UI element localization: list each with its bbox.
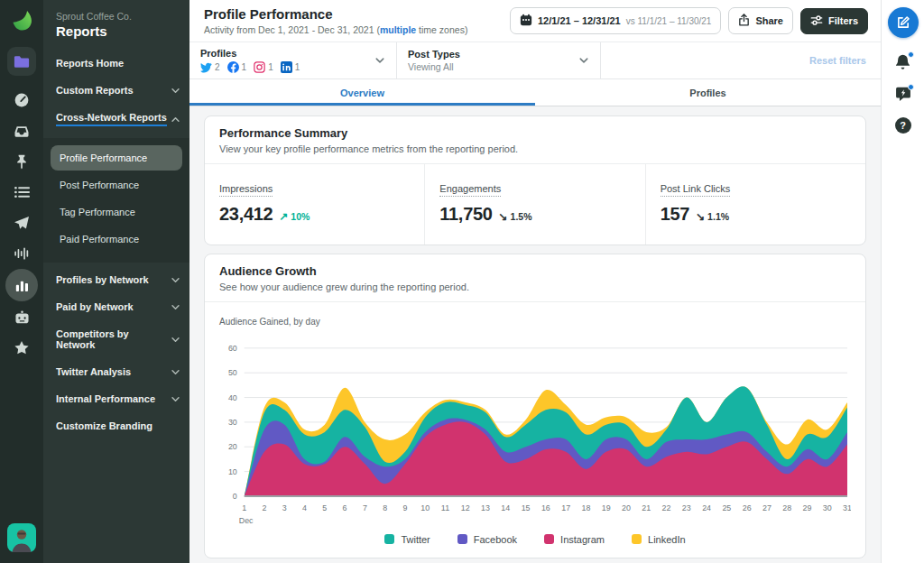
twitter-icon	[200, 61, 212, 73]
tab-overview[interactable]: Overview	[189, 79, 535, 106]
sidebar-item-reports-home[interactable]: Reports Home	[43, 50, 189, 77]
sidebar-item-customize-branding[interactable]: Customize Branding	[43, 412, 189, 439]
sidebar-item-profile-performance[interactable]: Profile Performance	[51, 145, 182, 171]
profiles-filter-label: Profiles	[200, 48, 300, 59]
svg-text:22: 22	[662, 503, 671, 512]
instagram-icon	[254, 61, 265, 73]
star-icon[interactable]	[5, 332, 38, 363]
inbox-tray-icon[interactable]	[5, 115, 38, 146]
sidebar-top-group: Reports HomeCustom ReportsCross-Network …	[43, 50, 189, 134]
paper-plane-icon[interactable]	[5, 208, 38, 238]
report-content: Performance Summary View your key profil…	[189, 106, 881, 563]
user-avatar[interactable]	[7, 523, 36, 556]
notifications-button[interactable]	[894, 53, 911, 70]
performance-summary-card: Performance Summary View your key profil…	[204, 115, 866, 245]
chevron-down-icon	[578, 55, 589, 66]
post-types-filter[interactable]: Post Types Viewing All	[397, 42, 601, 78]
compose-button[interactable]	[888, 7, 919, 38]
sidebar-item-twitter-analysis[interactable]: Twitter Analysis	[43, 358, 189, 385]
notification-dot	[908, 84, 914, 90]
notification-dot	[908, 51, 914, 58]
sidebar-item-paid-by-network[interactable]: Paid by Network	[43, 293, 189, 320]
svg-text:17: 17	[561, 503, 570, 512]
metric-value: 23,412	[219, 204, 273, 225]
svg-text:14: 14	[501, 503, 510, 512]
metrics-row: Impressions 23,412 ↗ 10% Engagements 11,…	[205, 164, 865, 245]
facebook-profile-count: 1	[227, 61, 247, 73]
sprout-logo-icon[interactable]	[10, 9, 33, 32]
svg-text:Dec: Dec	[239, 516, 254, 525]
filter-bar-spacer: Reset filters	[601, 42, 881, 78]
metric-label[interactable]: Engagements	[439, 183, 501, 197]
chart-legend: TwitterFacebookInstagramLinkedIn	[205, 527, 865, 558]
chevron-up-icon	[171, 115, 180, 125]
chart-area: Audience Gained, by day 0102030405060123…	[205, 302, 865, 527]
waveform-icon[interactable]	[5, 238, 38, 269]
calendar-icon	[520, 14, 532, 28]
svg-text:12: 12	[461, 503, 470, 512]
sidebar-item-paid-performance[interactable]: Paid Performance	[51, 226, 182, 252]
bar-chart-icon[interactable]	[5, 269, 38, 301]
svg-text:19: 19	[602, 503, 611, 512]
svg-text:10: 10	[228, 467, 237, 476]
chevron-down-icon	[171, 275, 180, 285]
tab-profiles[interactable]: Profiles	[535, 79, 881, 106]
list-icon[interactable]	[5, 177, 38, 208]
chevron-down-icon	[171, 335, 180, 345]
filter-bar: Profiles 2111 Post Types Viewing All Res…	[189, 42, 881, 79]
compose-pencil-icon	[896, 15, 910, 30]
multiple-timezones-link[interactable]: multiple	[380, 24, 416, 35]
metric-label[interactable]: Impressions	[219, 183, 273, 197]
metric-label[interactable]: Post Link Clicks	[661, 183, 731, 197]
subtitle-text-end: time zones)	[416, 24, 467, 35]
svg-text:23: 23	[682, 503, 691, 512]
folder-icon[interactable]	[7, 47, 36, 76]
share-button[interactable]: Share	[728, 7, 793, 34]
bot-icon[interactable]	[5, 301, 38, 332]
speedometer-icon[interactable]	[5, 85, 38, 115]
svg-text:11: 11	[441, 503, 449, 512]
sidebar-item-tag-performance[interactable]: Tag Performance	[51, 199, 182, 225]
facebook-icon	[227, 61, 239, 73]
reset-filters-button[interactable]: Reset filters	[809, 55, 866, 66]
sidebar-item-competitors-by-network[interactable]: Competitors by Network	[43, 320, 189, 358]
pin-icon[interactable]	[5, 146, 38, 177]
sidebar-title: Reports	[56, 23, 177, 39]
profiles-filter[interactable]: Profiles 2111	[189, 42, 397, 78]
legend-linkedin[interactable]: LinkedIn	[632, 534, 686, 545]
filters-label: Filters	[828, 15, 858, 26]
trend-down-indicator: ↘ 1.5%	[499, 210, 532, 223]
metric-value: 157	[661, 204, 689, 225]
audience-card-description: See how your audience grew during the re…	[219, 282, 851, 292]
trend-up-indicator: ↗ 10%	[279, 210, 310, 223]
legend-facebook[interactable]: Facebook	[457, 534, 517, 545]
svg-text:13: 13	[481, 503, 490, 512]
date-range-button[interactable]: 12/1/21 – 12/31/21 vs 11/1/21 – 11/30/21	[510, 7, 721, 34]
legend-instagram[interactable]: Instagram	[544, 534, 605, 545]
legend-twitter[interactable]: Twitter	[384, 534, 430, 545]
linkedin-profile-count: 1	[281, 61, 300, 73]
sidebar-item-custom-reports[interactable]: Custom Reports	[43, 77, 189, 104]
chart-title: Audience Gained, by day	[219, 317, 851, 327]
svg-text:18: 18	[581, 503, 590, 512]
sidebar-item-internal-performance[interactable]: Internal Performance	[43, 385, 189, 412]
chevron-down-icon	[171, 302, 180, 312]
sidebar-item-cross-network-reports[interactable]: Cross-Network Reports	[43, 104, 189, 134]
help-button[interactable]: ?	[895, 117, 911, 134]
company-name: Sprout Coffee Co.	[56, 11, 177, 22]
sidebar-item-profiles-by-network[interactable]: Profiles by Network	[43, 266, 189, 293]
svg-text:30: 30	[228, 418, 237, 427]
share-label: Share	[755, 15, 783, 26]
svg-text:5: 5	[322, 503, 327, 512]
chevron-down-icon	[171, 86, 180, 96]
sidebar-item-post-performance[interactable]: Post Performance	[51, 172, 182, 198]
svg-text:16: 16	[541, 503, 550, 512]
feedback-button[interactable]	[895, 86, 911, 102]
share-icon	[738, 14, 750, 28]
audience-growth-chart: 0102030405060123456789101112131415161718…	[219, 336, 851, 527]
svg-text:10: 10	[420, 503, 430, 512]
metric-post-link-clicks: Post Link Clicks 157 ↘ 1.1%	[646, 164, 865, 245]
audience-card-title: Audience Growth	[219, 264, 851, 278]
filters-button[interactable]: Filters	[800, 8, 868, 34]
page-header: Profile Performance Activity from Dec 1,…	[189, 0, 881, 42]
